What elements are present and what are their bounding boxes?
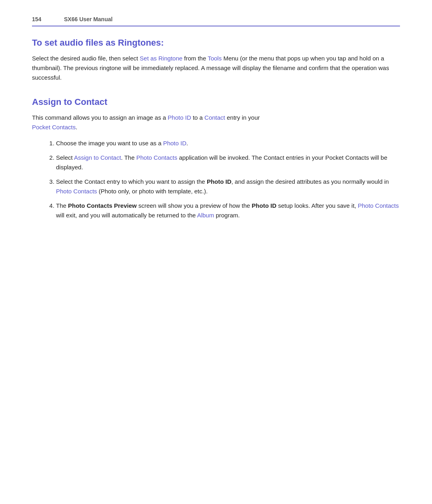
section-assign-to-contact: Assign to Contact This command allows yo… — [32, 97, 400, 220]
step3-text-after: (Photo only, or photo with template, etc… — [97, 188, 208, 195]
step3-photo-id-bold: Photo ID — [207, 178, 232, 185]
manual-title: SX66 User Manual — [64, 16, 112, 22]
step4-album-link: Album — [197, 212, 214, 219]
set-as-ringtone-link: Set as Ringtone — [140, 55, 182, 62]
step3-photo-contacts-link: Photo Contacts — [56, 188, 97, 195]
step4-text-middle3: will exit, and you will automatically be… — [56, 212, 197, 219]
photo-id-link-1: Photo ID — [168, 114, 191, 121]
ringtones-body: Select the desired audio file, then sele… — [32, 54, 400, 82]
step3-text-middle: , and assign the desired attributes as y… — [232, 178, 389, 185]
header-divider — [32, 26, 400, 26]
step2-text-middle: . The — [121, 154, 136, 161]
step4-text-middle: screen will show you a preview of how th… — [137, 202, 252, 209]
step3-text-before: Select the Contact entry to which you wa… — [56, 178, 207, 185]
step2-assign-link: Assign to Contact — [74, 154, 121, 161]
step1-text-after: . — [186, 140, 188, 147]
assign-intro: This command allows you to assign an ima… — [32, 113, 400, 132]
step1-photo-id-link: Photo ID — [163, 140, 186, 147]
assign-intro-before: This command allows you to assign an ima… — [32, 114, 168, 121]
step4-photo-id-bold: Photo ID — [252, 202, 276, 209]
list-item: Select the Contact entry to which you wa… — [56, 177, 400, 196]
ringtones-title: To set audio files as Ringtones: — [32, 38, 400, 48]
step4-photo-contacts-link: Photo Contacts — [358, 202, 399, 209]
step1-text-before: Choose the image you want to use as a — [56, 140, 163, 147]
step4-text-after: program. — [214, 212, 240, 219]
contact-link: Contact — [204, 114, 225, 121]
step2-photo-contacts-link: Photo Contacts — [136, 154, 178, 161]
tools-link: Tools — [208, 55, 222, 62]
page-container: 154 SX66 User Manual To set audio files … — [0, 0, 432, 504]
list-item: The Photo Contacts Preview screen will s… — [56, 201, 400, 220]
list-item: Choose the image you want to use as a Ph… — [56, 139, 400, 148]
list-item: Select Assign to Contact. The Photo Cont… — [56, 153, 400, 172]
ringtones-text-before: Select the desired audio file, then sele… — [32, 55, 140, 62]
assign-intro-middle: to a — [191, 114, 204, 121]
section-ringtones: To set audio files as Ringtones: Select … — [32, 38, 400, 82]
assign-intro-end: . — [76, 124, 77, 131]
page-number: 154 — [32, 16, 56, 22]
step4-photo-contacts-preview-bold: Photo Contacts Preview — [68, 202, 137, 209]
assign-steps-list: Choose the image you want to use as a Ph… — [56, 139, 400, 220]
ringtones-text-middle1: from the — [182, 55, 208, 62]
header-row: 154 SX66 User Manual — [32, 16, 400, 22]
step4-text-middle2: setup looks. After you save it, — [276, 202, 358, 209]
assign-to-contact-title: Assign to Contact — [32, 97, 400, 107]
step4-text-before: The — [56, 202, 68, 209]
step2-text-before: Select — [56, 154, 74, 161]
assign-intro-after: entry in your — [225, 114, 260, 121]
pocket-contacts-link: Pocket Contacts — [32, 124, 76, 131]
